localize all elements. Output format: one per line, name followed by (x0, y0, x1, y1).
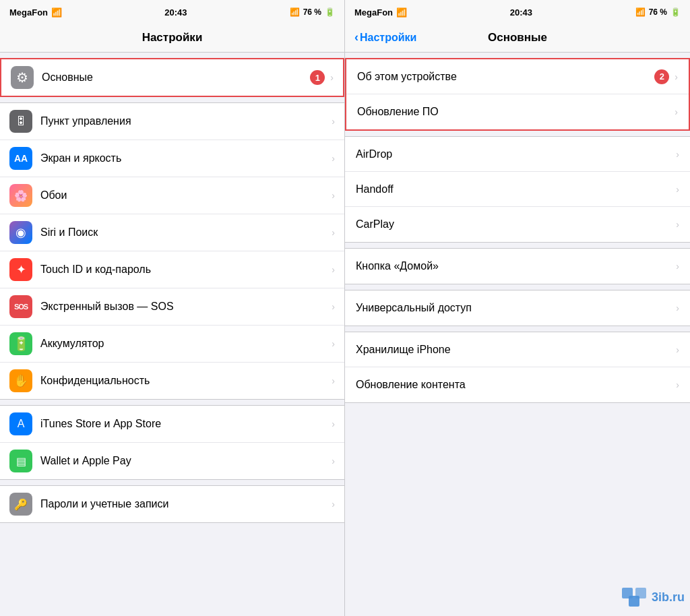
settings-item-osnovnye[interactable]: ⚙ Основные 1 › (1, 59, 343, 96)
right-group-1: Об этом устройстве 2 › Обновление ПО › (345, 58, 690, 131)
label-sos: Экстренный вызов — SOS (40, 301, 332, 313)
item-right-osnovnye: 1 › (310, 70, 334, 85)
icon-konfid: ✋ (9, 369, 32, 392)
carrier-right: MegaFon (354, 7, 393, 18)
status-bar-left: MegaFon 📶 20:43 📶 76 % 🔋 (0, 0, 344, 23)
chevron-osnovnye: › (330, 72, 334, 83)
settings-list: ⚙ Основные 1 › 🎛 Пункт управления › AA Э… (0, 53, 344, 616)
badge-about: 2 (654, 69, 669, 84)
icon-touchid: ✦ (9, 258, 32, 281)
label-about: Об этом устройстве (357, 71, 654, 83)
settings-group-1: ⚙ Основные 1 › (0, 58, 344, 97)
chevron-punkt: › (332, 116, 335, 127)
chevron-airdrop: › (676, 149, 679, 160)
label-punkt: Пункт управления (40, 115, 332, 127)
right-item-update[interactable]: Обновление ПО › (346, 94, 689, 129)
right-item-about[interactable]: Об этом устройстве 2 › (346, 59, 689, 94)
battery-left: 76 % (303, 7, 321, 17)
status-left-right: MegaFon 📶 (354, 7, 407, 18)
item-right-konfid: › (332, 375, 335, 386)
battery-icon-left: 🔋 (325, 7, 335, 17)
chevron-update: › (675, 106, 678, 117)
label-osnovnye: Основные (42, 71, 310, 84)
back-button[interactable]: ‹ Настройки (354, 30, 416, 44)
label-carplay: CarPlay (356, 218, 676, 230)
right-group-3: Кнопка «Домой» › (345, 248, 690, 284)
item-right-oboi: › (332, 190, 335, 201)
watermark-icon (621, 586, 648, 608)
chevron-siri: › (332, 227, 335, 238)
right-group-4: Универсальный доступ › (345, 290, 690, 326)
label-wallet: Wallet и Apple Pay (40, 455, 332, 467)
label-ekran: Экран и яркость (40, 152, 332, 164)
left-panel: MegaFon 📶 20:43 📶 76 % 🔋 Настройки ⚙ Осн… (0, 0, 345, 616)
right-item-content-update[interactable]: Обновление контента › (345, 367, 690, 402)
watermark: 3ib.ru (621, 586, 685, 608)
status-right-left: 📶 76 % 🔋 (290, 7, 335, 17)
chevron-carplay: › (676, 219, 679, 230)
icon-siri: ◉ (9, 221, 32, 244)
chevron-knopka: › (676, 261, 679, 272)
item-right-itunes: › (332, 419, 335, 429)
chevron-wallet: › (332, 456, 335, 466)
settings-item-oboi[interactable]: 🌸 Обои › (0, 177, 344, 214)
battery-right: 76 % (649, 7, 667, 17)
icon-sos: SOS (9, 295, 32, 318)
right-item-handoff[interactable]: Handoff › (345, 172, 690, 207)
label-paroli: Пароли и учетные записи (40, 498, 332, 510)
chevron-touchid: › (332, 264, 335, 275)
icon-itunes: A (9, 412, 32, 435)
status-bar-right: MegaFon 📶 20:43 📶 76 % 🔋 (345, 0, 690, 23)
chevron-itunes: › (332, 419, 335, 429)
settings-item-siri[interactable]: ◉ Siri и Поиск › (0, 214, 344, 251)
settings-group-4: 🔑 Пароли и учетные записи › (0, 485, 344, 523)
settings-item-punkt[interactable]: 🎛 Пункт управления › (0, 103, 344, 140)
label-siri: Siri и Поиск (40, 226, 332, 239)
right-about-right: 2 › (654, 69, 678, 84)
item-right-siri: › (332, 227, 335, 238)
chevron-back-icon: ‹ (354, 30, 358, 44)
icon-ekran: AA (9, 147, 32, 170)
signal-icon-right: 📶 (635, 7, 646, 17)
settings-item-paroli[interactable]: 🔑 Пароли и учетные записи › (0, 486, 344, 522)
settings-item-konfid[interactable]: ✋ Конфиденциальность › (0, 363, 344, 399)
right-page-title: Основные (488, 31, 547, 44)
chevron-paroli: › (332, 499, 335, 510)
right-item-universal[interactable]: Универсальный доступ › (345, 290, 690, 326)
right-group-2: AirDrop › Handoff › CarPlay › (345, 136, 690, 243)
settings-item-wallet[interactable]: ▤ Wallet и Apple Pay › (0, 443, 344, 479)
icon-punkt: 🎛 (9, 110, 32, 133)
wifi-icon: 📶 (51, 7, 62, 18)
chevron-content-update: › (676, 379, 679, 390)
right-item-knopka[interactable]: Кнопка «Домой» › (345, 249, 690, 284)
item-right-sos: › (332, 301, 335, 312)
icon-paroli: 🔑 (9, 493, 32, 516)
right-navbar: ‹ Настройки Основные (345, 23, 690, 53)
item-right-ekran: › (332, 153, 335, 164)
label-itunes: iTunes Store и App Store (40, 418, 332, 430)
settings-group-3: A iTunes Store и App Store › ▤ Wallet и … (0, 405, 344, 480)
settings-item-itunes[interactable]: A iTunes Store и App Store › (0, 406, 344, 443)
right-item-airdrop[interactable]: AirDrop › (345, 137, 690, 172)
label-touchid: Touch ID и код-пароль (40, 264, 332, 276)
battery-icon-right: 🔋 (670, 7, 681, 17)
carrier-left: MegaFon (9, 7, 48, 18)
chevron-about: › (675, 71, 678, 82)
right-item-storage[interactable]: Хранилище iPhone › (345, 332, 690, 367)
label-storage: Хранилище iPhone (356, 344, 676, 356)
back-label: Настройки (360, 32, 416, 44)
settings-item-ekran[interactable]: AA Экран и яркость › (0, 140, 344, 177)
icon-osnovnye: ⚙ (11, 66, 34, 89)
label-universal: Универсальный доступ (356, 302, 676, 314)
item-right-akkum: › (332, 338, 335, 349)
settings-item-touchid[interactable]: ✦ Touch ID и код-пароль › (0, 251, 344, 288)
label-knopka: Кнопка «Домой» (356, 260, 676, 272)
status-right-right: 📶 76 % 🔋 (635, 7, 681, 17)
label-akkum: Аккумулятор (40, 338, 332, 350)
settings-item-akkum[interactable]: 🔋 Аккумулятор › (0, 326, 344, 363)
right-nav-inner: ‹ Настройки Основные (354, 30, 681, 44)
item-right-punkt: › (332, 116, 335, 127)
right-item-carplay[interactable]: CarPlay › (345, 207, 690, 242)
settings-item-sos[interactable]: SOS Экстренный вызов — SOS › (0, 288, 344, 326)
icon-akkum: 🔋 (9, 332, 32, 355)
